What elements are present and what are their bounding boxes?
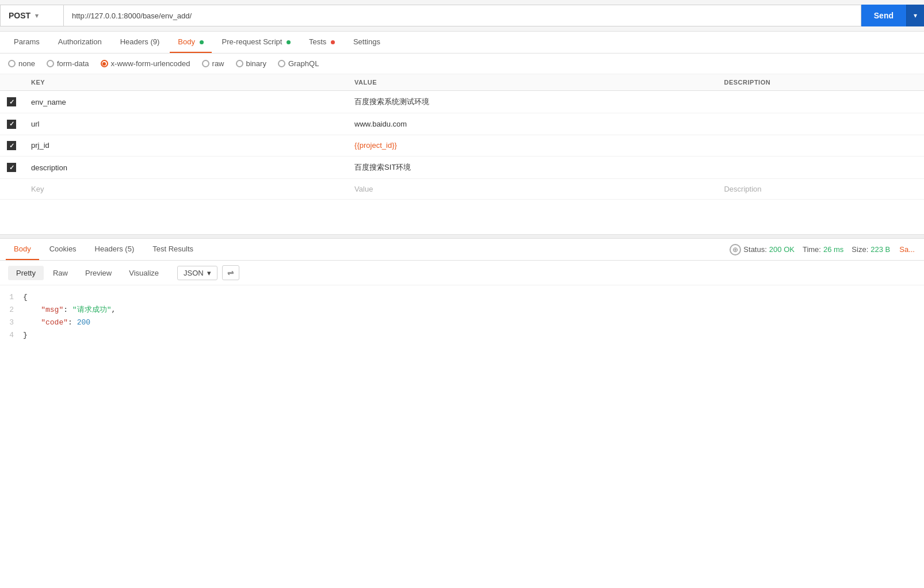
view-tab-preview[interactable]: Preview — [77, 266, 120, 280]
radio-form-data-circle — [47, 60, 54, 67]
time-label: Time: — [803, 245, 821, 254]
code-line-3: 3 "code": 200 — [0, 316, 924, 329]
table-row-new: Key Value Description — [0, 179, 924, 200]
radio-graphql[interactable]: GraphQL — [278, 59, 319, 68]
row1-check-cell — [0, 91, 24, 113]
params-table: KEY VALUE DESCRIPTION env_name 百度搜索系统测试环… — [0, 74, 924, 200]
status-value: 200 OK — [769, 245, 795, 254]
save-response-button[interactable]: Sa... — [899, 245, 915, 254]
row2-checkbox[interactable] — [7, 120, 16, 129]
size-value: 223 B — [870, 245, 890, 254]
row4-check-cell — [0, 156, 24, 179]
row3-checkbox[interactable] — [7, 141, 16, 150]
code-area: 1 { 2 "msg": "请求成功", 3 "code": 200 4 } — [0, 285, 924, 348]
row2-value[interactable]: www.baidu.com — [348, 113, 717, 135]
method-chevron-icon: ▾ — [35, 12, 39, 20]
newrow-key[interactable]: Key — [24, 179, 348, 200]
newrow-value[interactable]: Value — [348, 179, 717, 200]
table-row: prj_id {{project_id}} — [0, 135, 924, 156]
table-row: url www.baidu.com — [0, 113, 924, 135]
method-selector[interactable]: POST ▾ — [0, 5, 63, 26]
tab-authorization[interactable]: Authorization — [50, 32, 110, 53]
row1-value[interactable]: 百度搜索系统测试环境 — [348, 91, 717, 113]
col-header-key: KEY — [24, 74, 348, 91]
tests-dot — [331, 40, 335, 44]
code-content-3: "code": 200 — [23, 316, 924, 329]
wrap-button[interactable]: ⇌ — [222, 265, 239, 280]
row3-check-cell — [0, 135, 24, 156]
newrow-desc[interactable]: Description — [717, 179, 924, 200]
view-tab-visualize[interactable]: Visualize — [121, 266, 167, 280]
radio-none[interactable]: none — [8, 59, 35, 68]
tab-body[interactable]: Body — [170, 32, 211, 53]
row1-desc — [717, 91, 924, 113]
globe-icon[interactable]: ⊕ — [730, 244, 741, 255]
response-tab-cookies[interactable]: Cookies — [41, 239, 85, 260]
row2-key[interactable]: url — [24, 113, 348, 135]
time-value: 26 ms — [823, 245, 843, 254]
pre-request-dot — [287, 40, 291, 44]
radio-urlencoded-circle — [101, 60, 108, 67]
status-bar: ⊕ Status: 200 OK Time: 26 ms Size: 223 B… — [730, 244, 924, 255]
row4-value[interactable]: 百度搜索SIT环境 — [348, 156, 717, 179]
body-type-bar: none form-data x-www-form-urlencoded raw… — [0, 54, 924, 74]
radio-raw[interactable]: raw — [202, 59, 224, 68]
row4-checkbox[interactable] — [7, 163, 16, 172]
row3-key[interactable]: prj_id — [24, 135, 348, 156]
row3-value[interactable]: {{project_id}} — [348, 135, 717, 156]
tab-tests[interactable]: Tests — [301, 32, 343, 53]
response-tab-headers[interactable]: Headers (5) — [87, 239, 143, 260]
spacer — [0, 200, 924, 234]
radio-form-data[interactable]: form-data — [47, 59, 89, 68]
newrow-check-cell — [0, 179, 24, 200]
row3-desc — [717, 135, 924, 156]
row4-desc — [717, 156, 924, 179]
line-num-2: 2 — [0, 304, 23, 316]
table-row: env_name 百度搜索系统测试环境 — [0, 91, 924, 113]
tab-pre-request[interactable]: Pre-request Script — [214, 32, 299, 53]
size-label: Size: — [852, 245, 868, 254]
wrap-icon: ⇌ — [227, 268, 234, 277]
method-label: POST — [9, 11, 30, 20]
radio-binary-circle — [236, 60, 243, 67]
col-header-value: VALUE — [348, 74, 717, 91]
row2-check-cell — [0, 113, 24, 135]
row1-key[interactable]: env_name — [24, 91, 348, 113]
code-line-4: 4 } — [0, 329, 924, 342]
url-input[interactable] — [63, 5, 861, 26]
radio-graphql-circle — [278, 60, 285, 67]
section-divider — [0, 234, 924, 239]
row4-key[interactable]: description — [24, 156, 348, 179]
code-line-2: 2 "msg": "请求成功", — [0, 304, 924, 316]
row1-checkbox[interactable] — [7, 97, 16, 106]
code-content-1: { — [23, 291, 924, 304]
tab-headers[interactable]: Headers (9) — [112, 32, 168, 53]
tab-settings[interactable]: Settings — [345, 32, 388, 53]
response-tab-body[interactable]: Body — [6, 239, 39, 260]
response-tabs-bar: Body Cookies Headers (5) Test Results — [0, 239, 730, 260]
line-num-4: 4 — [0, 329, 23, 342]
col-header-desc: DESCRIPTION — [717, 74, 924, 91]
view-tabs-bar: Pretty Raw Preview Visualize JSON ▾ ⇌ — [0, 261, 924, 285]
request-tabs-bar: Params Authorization Headers (9) Body Pr… — [0, 32, 924, 54]
col-header-check — [0, 74, 24, 91]
send-dropdown-button[interactable]: ▾ — [906, 5, 924, 26]
view-tab-raw[interactable]: Raw — [45, 266, 76, 280]
code-content-2: "msg": "请求成功", — [23, 304, 924, 316]
response-tab-test-results[interactable]: Test Results — [144, 239, 201, 260]
radio-raw-circle — [202, 60, 209, 67]
view-tab-pretty[interactable]: Pretty — [8, 266, 44, 280]
send-button-group: Send ▾ — [861, 5, 924, 26]
format-chevron-icon: ▾ — [207, 269, 211, 277]
line-num-3: 3 — [0, 316, 23, 329]
format-selector[interactable]: JSON ▾ — [177, 266, 217, 280]
top-bar: POST ▾ Send ▾ — [0, 0, 924, 32]
tab-params[interactable]: Params — [6, 32, 48, 53]
status-label: Status: — [743, 245, 766, 254]
table-row: description 百度搜索SIT环境 — [0, 156, 924, 179]
radio-binary[interactable]: binary — [236, 59, 266, 68]
send-main-button[interactable]: Send — [861, 5, 906, 26]
code-line-1: 1 { — [0, 291, 924, 304]
radio-urlencoded[interactable]: x-www-form-urlencoded — [101, 59, 190, 68]
row2-desc — [717, 113, 924, 135]
